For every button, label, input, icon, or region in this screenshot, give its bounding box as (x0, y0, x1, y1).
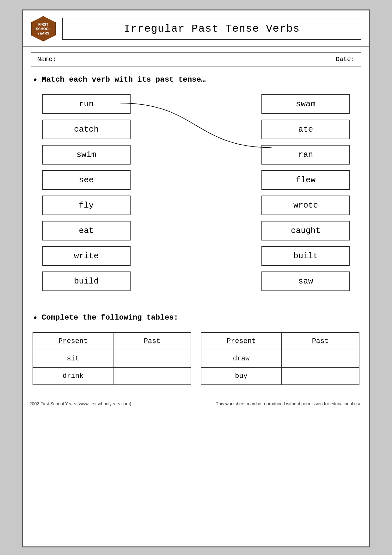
verb-box-fly: fly (42, 196, 131, 215)
verb-box-saw: saw (261, 271, 350, 291)
table1-drink-past[interactable] (113, 367, 191, 385)
title-box: Irregular Past Tense Verbs (62, 18, 361, 40)
verb-box-swim: swim (42, 145, 131, 165)
table2-col1-header: Present (201, 333, 281, 350)
table2-draw-past[interactable] (281, 350, 359, 367)
worksheet-page: FIRSTSCHOOLYEARS Irregular Past Tense Ve… (22, 9, 370, 547)
table1-drink-present: drink (33, 367, 113, 385)
section-tables: • Complete the following tables: Present… (23, 310, 369, 391)
verb-box-catch: catch (42, 120, 131, 139)
matching-area: run catch swim see fly eat write build (33, 94, 359, 291)
verb-box-see: see (42, 170, 131, 190)
verb-box-eat: eat (42, 221, 131, 240)
right-verb-column: swam ate ran flew wrote caught built saw (261, 94, 350, 291)
name-label: Name: (37, 56, 56, 63)
table2-col2-header: Past (281, 333, 359, 350)
verb-box-ran: ran (261, 145, 350, 165)
table-row: draw (201, 350, 359, 367)
table2: Present Past draw buy (201, 332, 359, 385)
date-label: Date: (336, 56, 355, 63)
tables-instruction-text: Complete the following tables: (42, 313, 178, 322)
bullet-icon: • (33, 76, 38, 85)
table1-col2-header: Past (113, 333, 191, 350)
tables-row: Present Past sit drink (33, 332, 359, 385)
verb-box-built: built (261, 246, 350, 266)
table1-sit-present: sit (33, 350, 113, 367)
table1-col1-header: Present (33, 333, 113, 350)
section-matching: • Match each verb with its past tense… r… (23, 72, 369, 310)
header: FIRSTSCHOOLYEARS Irregular Past Tense Ve… (23, 10, 369, 47)
tables-instruction: • Complete the following tables: (33, 313, 359, 323)
footer-right: This worksheet may be reproduced without… (216, 401, 363, 406)
verb-box-wrote: wrote (261, 196, 350, 215)
left-verb-column: run catch swim see fly eat write build (42, 94, 131, 291)
table1: Present Past sit drink (33, 332, 191, 385)
table-row: buy (201, 367, 359, 385)
table2-draw-present: draw (201, 350, 281, 367)
match-instruction: • Match each verb with its past tense… (33, 75, 359, 85)
footer-left: 2002 First School Years (www.firstschool… (29, 401, 131, 406)
table2-buy-past[interactable] (281, 367, 359, 385)
verb-box-ate: ate (261, 120, 350, 139)
verb-box-caught: caught (261, 221, 350, 240)
verb-box-swam: swam (261, 94, 350, 114)
table-row: sit (33, 350, 191, 367)
match-instruction-text: Match each verb with its past tense… (42, 75, 205, 84)
logo-text: FIRSTSCHOOLYEARS (36, 22, 51, 36)
verb-box-build: build (42, 271, 131, 291)
verb-box-write: write (42, 246, 131, 266)
verb-box-run: run (42, 94, 131, 114)
bullet-icon-2: • (33, 314, 38, 323)
table2-buy-present: buy (201, 367, 281, 385)
page-title: Irregular Past Tense Verbs (69, 23, 354, 35)
table1-sit-past[interactable] (113, 350, 191, 367)
table-row: drink (33, 367, 191, 385)
logo: FIRSTSCHOOLYEARS (31, 16, 56, 41)
name-date-bar: Name: Date: (31, 52, 361, 66)
verb-box-flew: flew (261, 170, 350, 190)
footer: 2002 First School Years (www.firstschool… (23, 398, 369, 409)
